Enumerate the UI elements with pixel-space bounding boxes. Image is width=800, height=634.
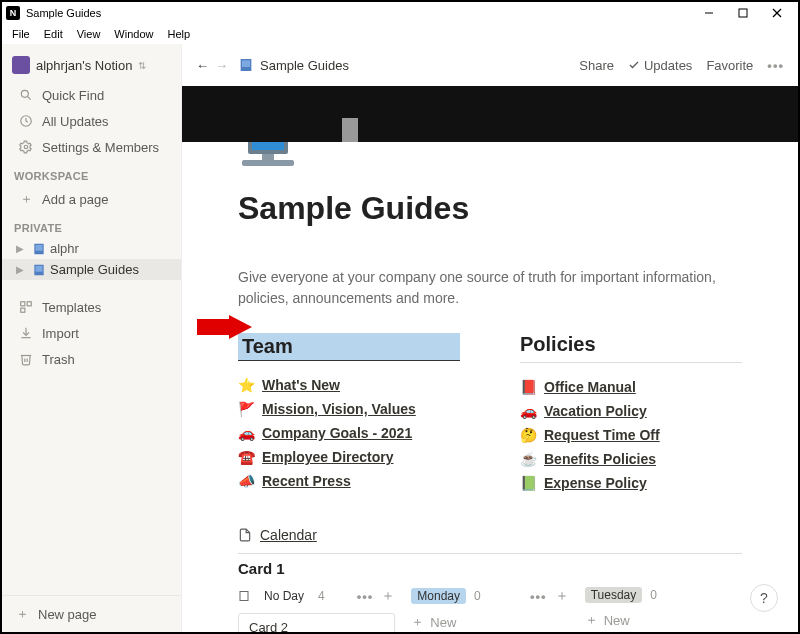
- clock-icon: [18, 113, 34, 129]
- policies-heading[interactable]: Policies: [520, 333, 742, 363]
- thinking-icon: 🤔: [520, 427, 536, 443]
- cover-decoration: [342, 118, 358, 142]
- page-cover[interactable]: [182, 86, 798, 142]
- close-button[interactable]: [760, 3, 794, 23]
- plus-icon: ＋: [14, 606, 30, 622]
- sidebar-item-label: Add a page: [42, 192, 109, 207]
- link-recent-press[interactable]: 📣Recent Press: [238, 469, 460, 493]
- card-1-label[interactable]: Card 1: [238, 560, 742, 577]
- column-policies: Policies 📕Office Manual 🚗Vacation Policy…: [520, 333, 742, 495]
- tag-no-day[interactable]: No Day: [258, 588, 310, 604]
- sidebar-item-label: Settings & Members: [42, 140, 159, 155]
- document-icon: [238, 528, 252, 542]
- trash-icon: [18, 351, 34, 367]
- menu-edit[interactable]: Edit: [38, 26, 69, 42]
- sidebar-quick-find[interactable]: Quick Find: [6, 83, 177, 107]
- col-more-button[interactable]: •••: [357, 589, 374, 604]
- sidebar-heading-workspace: WORKSPACE: [2, 160, 181, 186]
- chevron-right-icon[interactable]: ▶: [16, 243, 28, 254]
- sidebar-settings[interactable]: Settings & Members: [6, 135, 177, 159]
- content-area: ← → Sample Guides Share Updates Favorite…: [182, 44, 798, 632]
- window-title: Sample Guides: [26, 7, 101, 19]
- new-card-button[interactable]: ＋New: [411, 613, 568, 631]
- plus-icon: ＋: [411, 613, 424, 631]
- sidebar-trash[interactable]: Trash: [6, 347, 177, 371]
- count: 0: [650, 588, 657, 602]
- share-button[interactable]: Share: [579, 58, 614, 73]
- page-label: Sample Guides: [50, 262, 139, 277]
- menu-window[interactable]: Window: [108, 26, 159, 42]
- svg-rect-17: [242, 60, 250, 67]
- svg-rect-22: [240, 592, 248, 601]
- tag-tuesday[interactable]: Tuesday: [585, 587, 643, 603]
- sidebar-page-sample-guides[interactable]: ▶ Sample Guides: [2, 259, 181, 280]
- board-col-noday: No Day 4 ••• ＋ Card 2: [238, 587, 395, 632]
- tag-monday[interactable]: Monday: [411, 588, 466, 604]
- svg-point-7: [24, 145, 28, 149]
- page-title[interactable]: Sample Guides: [238, 190, 742, 227]
- svg-rect-21: [262, 154, 274, 160]
- breadcrumb-label: Sample Guides: [260, 58, 349, 73]
- card-card2[interactable]: Card 2: [238, 613, 395, 632]
- help-button[interactable]: ?: [750, 584, 778, 612]
- link-vacation-policy[interactable]: 🚗Vacation Policy: [520, 399, 742, 423]
- col-more-button[interactable]: •••: [530, 589, 547, 604]
- page-description[interactable]: Give everyone at your company one source…: [238, 267, 742, 309]
- sidebar-import[interactable]: Import: [6, 321, 177, 345]
- new-card-button[interactable]: ＋New: [585, 611, 742, 629]
- col-add-button[interactable]: ＋: [555, 587, 569, 605]
- book-icon: 📕: [520, 379, 536, 395]
- sidebar-item-label: Import: [42, 326, 79, 341]
- topbar: ← → Sample Guides Share Updates Favorite…: [182, 44, 798, 86]
- sidebar-templates[interactable]: Templates: [6, 295, 177, 319]
- team-heading[interactable]: Team: [238, 333, 460, 361]
- sidebar-item-label: Trash: [42, 352, 75, 367]
- page-icon: [32, 242, 46, 256]
- link-request-time-off[interactable]: 🤔Request Time Off: [520, 423, 742, 447]
- updates-button[interactable]: Updates: [628, 58, 692, 73]
- menu-file[interactable]: File: [6, 26, 36, 42]
- maximize-button[interactable]: [726, 3, 760, 23]
- note-icon: [238, 590, 250, 602]
- calendar-view-link[interactable]: Calendar: [238, 527, 742, 543]
- star-icon: ⭐: [238, 377, 254, 393]
- nav-back-button[interactable]: ←: [196, 58, 209, 73]
- sidebar-heading-private: PRIVATE: [2, 212, 181, 238]
- page-emoji[interactable]: [238, 142, 298, 170]
- book-icon: 📗: [520, 475, 536, 491]
- workspace-icon: [12, 56, 30, 74]
- link-whats-new[interactable]: ⭐What's New: [238, 373, 460, 397]
- workspace-switcher[interactable]: alphrjan's Notion ⇅: [2, 44, 181, 82]
- minimize-button[interactable]: [692, 3, 726, 23]
- count: 4: [318, 589, 325, 603]
- page-icon: [32, 263, 46, 277]
- gear-icon: [18, 139, 34, 155]
- link-company-goals[interactable]: 🚗Company Goals - 2021: [238, 421, 460, 445]
- menu-help[interactable]: Help: [161, 26, 196, 42]
- megaphone-icon: 📣: [238, 473, 254, 489]
- sidebar-all-updates[interactable]: All Updates: [6, 109, 177, 133]
- sidebar-page-alphr[interactable]: ▶ alphr: [2, 238, 181, 259]
- favorite-button[interactable]: Favorite: [706, 58, 753, 73]
- menu-view[interactable]: View: [71, 26, 107, 42]
- calendar-label: Calendar: [260, 527, 317, 543]
- link-expense-policy[interactable]: 📗Expense Policy: [520, 471, 742, 495]
- svg-rect-13: [27, 302, 31, 306]
- sidebar-add-page[interactable]: ＋ Add a page: [6, 187, 177, 211]
- menubar: File Edit View Window Help: [2, 24, 798, 44]
- col-add-button[interactable]: ＋: [381, 587, 395, 605]
- svg-rect-19: [252, 142, 284, 150]
- chevron-right-icon[interactable]: ▶: [16, 264, 28, 275]
- expand-icon: ⇅: [138, 60, 146, 71]
- breadcrumb[interactable]: Sample Guides: [238, 57, 349, 73]
- nav-forward-button[interactable]: →: [215, 58, 228, 73]
- svg-rect-14: [21, 308, 25, 312]
- search-icon: [18, 87, 34, 103]
- link-benefits-policies[interactable]: ☕Benefits Policies: [520, 447, 742, 471]
- link-employee-directory[interactable]: ☎️Employee Directory: [238, 445, 460, 469]
- link-office-manual[interactable]: 📕Office Manual: [520, 375, 742, 399]
- flag-icon: 🚩: [238, 401, 254, 417]
- more-button[interactable]: •••: [767, 58, 784, 73]
- sidebar-new-page[interactable]: ＋ New page: [2, 595, 181, 632]
- link-mission[interactable]: 🚩Mission, Vision, Values: [238, 397, 460, 421]
